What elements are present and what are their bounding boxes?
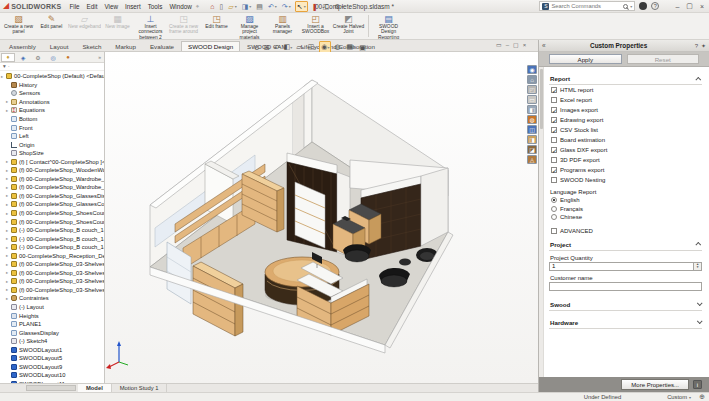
- quantity-stepper[interactable]: ▲▼: [693, 263, 701, 270]
- quick-access-icon[interactable]: ⚙: [333, 2, 344, 11]
- tree-item[interactable]: ▸ SWOODLayout1: [0, 346, 104, 355]
- report-option[interactable]: Programs export: [549, 165, 702, 175]
- panel-help-icon[interactable]: ?: [695, 43, 698, 49]
- ribbon-button[interactable]: ▦ New image: [101, 13, 134, 39]
- search-input[interactable]: [551, 3, 621, 9]
- more-properties-button[interactable]: More Properties...: [621, 379, 689, 390]
- section-hardware[interactable]: Hardware: [549, 317, 702, 329]
- tree-item[interactable]: ▸ SWOODLayout9: [0, 363, 104, 372]
- search-commands-box[interactable]: S ▾: [539, 1, 635, 11]
- command-tab[interactable]: Sketch: [75, 41, 108, 51]
- report-option[interactable]: HTML report: [549, 85, 702, 95]
- tree-item[interactable]: ▸ History: [0, 81, 104, 90]
- view-tool-icon[interactable]: ▣: [358, 43, 367, 52]
- info-icon[interactable]: i: [693, 380, 702, 389]
- tree-item[interactable]: ▸ Bottom: [0, 115, 104, 124]
- swood-side-tool-icon[interactable]: ◬: [527, 155, 537, 164]
- tree-item[interactable]: ▸ Left: [0, 132, 104, 141]
- tree-item[interactable]: ▸ Front: [0, 123, 104, 132]
- language-option[interactable]: English: [549, 196, 702, 205]
- graphics-viewport[interactable]: ◉⌂◰▭◧◍◫◨◪◬: [105, 52, 538, 383]
- view-tool-icon[interactable]: ↶: [273, 43, 281, 52]
- tree-item[interactable]: ▸ (f) 00-CompleteShop_ShoesCounter_3<: [0, 209, 104, 218]
- help-icon[interactable]: ?: [651, 2, 659, 10]
- swood-side-tool-icon[interactable]: ◨: [527, 135, 537, 144]
- tree-item[interactable]: ▸ (-) Sketch4: [0, 337, 104, 346]
- tab-motion-study[interactable]: Motion Study 1: [112, 384, 168, 392]
- doc-window-control-icon[interactable]: ▢: [513, 41, 519, 50]
- view-tool-icon[interactable]: ◍: [333, 42, 343, 52]
- view-tool-icon[interactable]: ⊙: [253, 43, 261, 52]
- tree-item[interactable]: ▸ (f) 00-CompleteShop_03-Shelves_4<1>: [0, 260, 104, 269]
- swood-side-tool-icon[interactable]: ⌂: [527, 75, 537, 84]
- ribbon-button[interactable]: ▱ New edgeband: [68, 13, 101, 39]
- tree-item[interactable]: ▸ (-) 00-CompleteShop_B couch_1<1> (D-: [0, 226, 104, 235]
- view-tool-icon[interactable]: ◧: [283, 42, 294, 52]
- feature-manager-tab-icon[interactable]: ●: [61, 53, 75, 62]
- ribbon-button[interactable]: ⊥ Insert connectors between 2 components: [134, 13, 167, 39]
- pin-menu-icon[interactable]: ⌖: [196, 3, 199, 10]
- advanced-option[interactable]: ADVANCED: [549, 226, 702, 236]
- swood-side-tool-icon[interactable]: ◧: [527, 105, 537, 114]
- quick-access-icon[interactable]: ◨: [241, 2, 253, 11]
- tree-item[interactable]: ▸ (f) 00-CompleteShop_Wardrobe_4<1> (: [0, 183, 104, 192]
- tree-item[interactable]: ▸ Contraintes: [0, 294, 104, 303]
- quick-access-icon[interactable]: ↖: [295, 1, 308, 12]
- tree-item[interactable]: ▸ (f) 00-CompleteShop_WoodenWall2_2<: [0, 166, 104, 175]
- command-tab[interactable]: SWOOD Design: [181, 41, 240, 51]
- report-option[interactable]: Images export: [549, 105, 702, 115]
- checkbox-icon[interactable]: [551, 157, 557, 163]
- quick-access-icon[interactable]: ↶: [267, 2, 278, 11]
- report-option[interactable]: Glass DXF export: [549, 145, 702, 155]
- globe-icon[interactable]: ⊕: [699, 393, 705, 401]
- view-tool-icon[interactable]: ▦: [346, 42, 357, 52]
- checkbox-icon[interactable]: [551, 177, 557, 183]
- menu-item[interactable]: File: [69, 3, 79, 10]
- panel-scrollbar[interactable]: [539, 67, 544, 377]
- tree-item[interactable]: ▸ SWOODLayout10: [0, 371, 104, 380]
- tree-item[interactable]: ▸ Annotations: [0, 98, 104, 107]
- quick-access-icon[interactable]: ▯: [218, 2, 224, 11]
- section-project[interactable]: Project: [549, 239, 702, 251]
- ribbon-button[interactable]: ▧ Create a new panel: [2, 13, 35, 39]
- quick-access-icon[interactable]: ⌂: [209, 2, 215, 11]
- tree-item[interactable]: ▸ Equations: [0, 106, 104, 115]
- radio-icon[interactable]: [551, 214, 557, 220]
- tab-model[interactable]: Model: [78, 384, 112, 392]
- tree-item[interactable]: ▸ (-) 00-CompleteShop_B couch_1<3> (D-: [0, 243, 104, 252]
- doc-window-control-icon[interactable]: ▭: [496, 41, 502, 50]
- tree-item[interactable]: ▸ SWOODLayout5: [0, 354, 104, 363]
- swood-side-tool-icon[interactable]: ◫: [527, 125, 537, 134]
- tree-item[interactable]: ▸ (f) [ Contact^00-CompleteShop ]<1> -: [0, 157, 104, 166]
- swood-side-tool-icon[interactable]: ◍: [527, 115, 537, 124]
- swood-side-tool-icon[interactable]: ◉: [527, 65, 537, 74]
- section-swood[interactable]: Swood: [549, 299, 702, 311]
- tree-item[interactable]: ▸ 00-CompleteShop_Reception_Desk_1<1: [0, 251, 104, 260]
- command-tab[interactable]: Evaluate: [143, 41, 181, 51]
- tree-item[interactable]: ▸ (-) 00-CompleteShop_B couch_1<2> (D-: [0, 234, 104, 243]
- configuration-selector[interactable]: Custom ▾: [667, 394, 691, 400]
- ribbon-button[interactable]: ▨ Manage project materials: [233, 13, 266, 39]
- swood-side-tool-icon[interactable]: ▭: [527, 95, 537, 104]
- search-caret-icon[interactable]: ▾: [630, 4, 632, 9]
- ribbon-button[interactable]: ✎ Edit panel: [35, 13, 68, 39]
- view-tool-icon[interactable]: ▱: [295, 42, 304, 52]
- project-quantity-input[interactable]: [550, 263, 693, 269]
- panel-pin-icon[interactable]: ✦: [701, 42, 706, 49]
- tree-tabs-overflow-icon[interactable]: »: [98, 54, 103, 60]
- doc-window-control-icon[interactable]: –: [506, 41, 509, 50]
- tree-item[interactable]: ▸ (f) 00-CompleteShop_03-Shelves_5<1>: [0, 269, 104, 278]
- swood-side-tool-icon[interactable]: ◪: [527, 145, 537, 154]
- feature-manager-tab-icon[interactable]: ◈: [16, 53, 30, 62]
- ribbon-button[interactable]: ◩ Create Halved Joint: [332, 13, 365, 39]
- menu-item[interactable]: Edit: [87, 3, 98, 10]
- feature-manager-tab-icon[interactable]: ⚙: [31, 53, 45, 62]
- checkbox-icon[interactable]: [551, 228, 557, 234]
- tree-item[interactable]: ▸ 00-CompleteShop (Default) <Default_Dis…: [0, 72, 104, 81]
- checkbox-icon[interactable]: [551, 117, 557, 123]
- menu-item[interactable]: Window: [169, 3, 191, 10]
- feature-manager-tab-icon[interactable]: ♦: [1, 53, 15, 62]
- quick-access-icon[interactable]: ↷: [281, 2, 292, 11]
- report-option[interactable]: SWOOD Nesting: [549, 175, 702, 185]
- tree-item[interactable]: ▸ Sensors: [0, 89, 104, 98]
